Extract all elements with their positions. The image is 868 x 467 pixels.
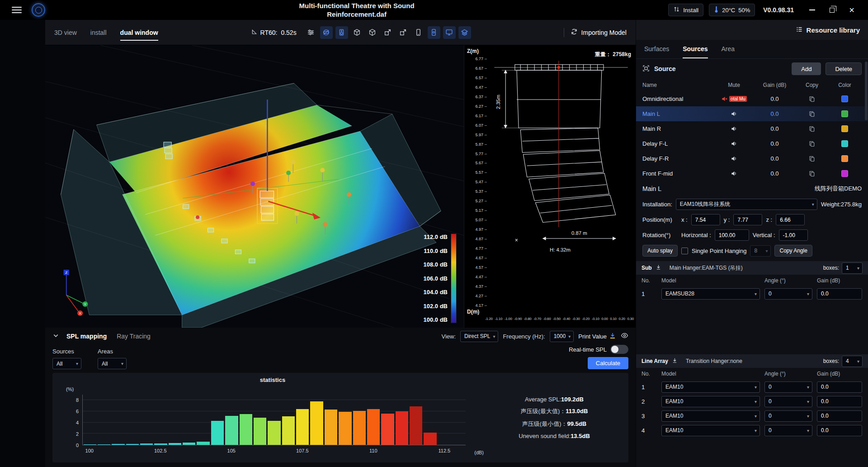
view-tab-install[interactable]: install [90, 27, 107, 38]
view-tab-3D-view[interactable]: 3D view [54, 27, 77, 38]
position-z-input[interactable]: 6.66 [776, 214, 805, 225]
source-row[interactable]: Front F-mid0.0 [636, 166, 868, 181]
gain-input[interactable]: 0.0 [817, 288, 862, 300]
angle-dropdown[interactable]: 0▾ [764, 288, 812, 300]
model-dropdown[interactable]: EAM10▾ [661, 396, 760, 407]
model-dropdown[interactable]: EAM10▾ [661, 425, 760, 436]
collapse-panel-icon[interactable] [52, 332, 59, 340]
visibility-toggle-icon[interactable] [621, 332, 628, 341]
mute-button[interactable] [715, 125, 753, 132]
copy-source-button[interactable] [796, 156, 828, 162]
mute-button[interactable] [715, 155, 753, 162]
import-box-icon[interactable] [397, 26, 410, 39]
gain-value[interactable]: 0.0 [753, 170, 796, 177]
gain-value[interactable]: 0.0 [753, 110, 796, 117]
delete-source-button[interactable]: Delete [826, 62, 862, 75]
mute-button[interactable]: otal Mu [715, 95, 753, 102]
resource-tab-area[interactable]: Area [722, 40, 735, 58]
mute-button[interactable] [715, 110, 753, 117]
layers-icon[interactable] [458, 26, 471, 39]
installation-dropdown[interactable]: EAM10线阵吊挂系统▾ [676, 199, 817, 210]
source-color-swatch[interactable] [828, 170, 862, 177]
single-point-hanging-checkbox[interactable] [681, 248, 688, 254]
source-row[interactable]: Main R0.0 [636, 121, 868, 136]
source-row[interactable]: Main L0.0 [636, 106, 868, 121]
gain-value[interactable]: 0.0 [753, 125, 796, 132]
prism-icon[interactable] [366, 26, 379, 39]
monitor-icon[interactable] [443, 26, 456, 39]
resource-tab-sources[interactable]: Sources [683, 40, 708, 58]
tablet-icon[interactable] [412, 26, 425, 39]
gain-value[interactable]: 0.0 [753, 155, 796, 162]
angle-dropdown[interactable]: 0▾ [764, 410, 812, 422]
legend-value: 100.0 dB [424, 316, 448, 323]
line-array-boxes-dropdown[interactable]: 4▾ [842, 356, 863, 367]
source-color-swatch[interactable] [828, 140, 862, 147]
rotation-horizontal-input[interactable]: 100.00 [715, 229, 749, 241]
bottom-tab-SPL-mapping[interactable]: SPL mapping [66, 333, 107, 340]
restore-button[interactable] [822, 0, 842, 20]
angle-dropdown[interactable]: 0▾ [764, 425, 812, 436]
copy-source-button[interactable] [796, 141, 828, 147]
model-dropdown[interactable]: EAMSUB28▾ [661, 288, 760, 300]
resource-tab-surfaces[interactable]: Surfaces [644, 40, 669, 58]
source-color-swatch[interactable] [828, 110, 862, 117]
gain-input[interactable]: 0.0 [817, 396, 862, 407]
mute-button[interactable] [715, 140, 753, 147]
mute-button[interactable] [715, 170, 753, 177]
rotation-vertical-input[interactable]: -1.00 [779, 229, 808, 241]
3d-viewport[interactable]: ZYX 112.0 dB110.0 dB108.0 dB106.0 dB104.… [45, 45, 464, 328]
source-color-swatch[interactable] [828, 155, 862, 162]
export-box-icon[interactable] [382, 26, 394, 39]
source-color-swatch[interactable] [828, 95, 862, 102]
hamburger-menu-icon[interactable] [12, 7, 22, 13]
copy-source-button[interactable] [796, 171, 828, 177]
sources-filter-dropdown[interactable]: All▾ [52, 358, 81, 369]
copy-source-button[interactable] [796, 111, 828, 117]
chevron-down-icon: ▾ [807, 414, 809, 419]
install-button[interactable]: Install [668, 4, 703, 16]
source-color-swatch[interactable] [828, 125, 862, 132]
source-row[interactable]: Omnidirectionalotal Mu0.0 [636, 91, 868, 106]
source-name: Main L [642, 110, 715, 117]
view-mode-dropdown[interactable]: Direct SPL▾ [460, 331, 498, 342]
angle-dropdown[interactable]: 0▾ [764, 396, 812, 407]
gain-input[interactable]: 0.0 [817, 381, 862, 393]
areas-filter-dropdown[interactable]: All▾ [98, 358, 127, 369]
importing-model-button[interactable]: Importing Model [564, 28, 627, 37]
minimize-button[interactable] [802, 0, 822, 20]
copy-angle-button[interactable]: Copy Angle [774, 245, 812, 257]
scrollbar[interactable] [865, 62, 868, 464]
add-source-button[interactable]: Add [792, 62, 821, 75]
gain-value[interactable]: 0.0 [753, 140, 796, 147]
angle-dropdown[interactable]: 0▾ [764, 381, 812, 393]
source-row[interactable]: Delay F-L0.0 [636, 136, 868, 151]
sub-boxes-dropdown[interactable]: 1▾ [842, 262, 863, 274]
cube-icon[interactable] [351, 26, 363, 39]
gain-input[interactable]: 0.0 [817, 410, 862, 422]
gain-input[interactable]: 0.0 [817, 425, 862, 436]
fader-icon[interactable] [305, 26, 317, 39]
copy-source-button[interactable] [796, 96, 828, 102]
realtime-spl-toggle[interactable] [610, 345, 628, 354]
calculate-button[interactable]: Calculate [588, 357, 628, 369]
hanging-point-dropdown[interactable]: 8▾ [750, 245, 771, 257]
position-x-input[interactable]: 7.54 [691, 214, 720, 225]
close-button[interactable]: × [842, 0, 862, 20]
side-view-panel[interactable]: Z(m) 重量： 2758kg 6.776.676.576.476.376.27… [464, 45, 636, 328]
model-dropdown[interactable]: EAM10▾ [661, 410, 760, 422]
sphere-slash-icon[interactable] [320, 26, 333, 39]
tablet-sync-icon[interactable] [428, 26, 440, 39]
bottom-tab-Ray-Tracing[interactable]: Ray Tracing [117, 333, 151, 340]
frequency-dropdown[interactable]: 1000▾ [550, 331, 574, 342]
view-tab-dual-window[interactable]: dual window [120, 27, 158, 38]
model-dropdown[interactable]: EAM10▾ [661, 381, 760, 393]
auto-splay-button[interactable]: Auto splay [642, 245, 678, 257]
copy-source-button[interactable] [796, 126, 828, 132]
print-value-button[interactable]: Print Value [578, 332, 616, 341]
source-row[interactable]: Delay F-R0.0 [636, 151, 868, 166]
speaker-box-icon[interactable] [335, 26, 348, 39]
sub-section-title: Sub [642, 265, 652, 271]
position-y-input[interactable]: 7.77 [733, 214, 762, 225]
gain-value[interactable]: 0.0 [753, 95, 796, 102]
